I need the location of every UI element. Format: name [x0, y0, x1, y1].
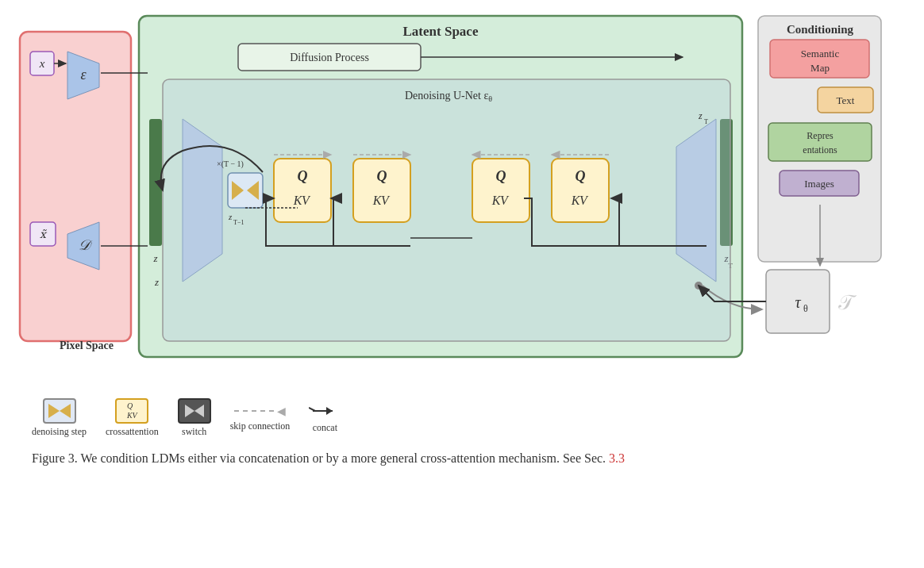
concat-label: concat — [313, 422, 337, 434]
conditioning-title: Conditioning — [787, 23, 854, 36]
switch-label: switch — [182, 426, 206, 438]
figure-num: Figure 3. — [32, 451, 78, 465]
svg-text:T−1: T−1 — [233, 219, 244, 226]
caption-ref: 3.3 — [609, 451, 625, 465]
svg-text:𝒯: 𝒯 — [837, 291, 857, 314]
main-diagram-svg: Pixel Space x ε x̃ 𝒟 Latent Space — [16, 8, 889, 365]
svg-text:z: z — [228, 212, 233, 221]
svg-text:Q: Q — [377, 168, 387, 184]
legend-concat: concat — [309, 402, 341, 434]
svg-marker-75 — [185, 405, 194, 417]
pixel-space-label: Pixel Space — [60, 340, 114, 351]
svg-text:ε: ε — [80, 67, 87, 83]
svg-text:τ: τ — [795, 294, 801, 311]
svg-text:θ: θ — [803, 303, 808, 314]
svg-text:z: z — [154, 276, 159, 288]
denoising-icon — [43, 398, 76, 424]
svg-text:Q: Q — [496, 168, 506, 184]
svg-rect-18 — [163, 79, 730, 341]
svg-marker-74 — [60, 404, 71, 418]
latent-space-title: Latent Space — [403, 24, 479, 39]
legend-crossattn: QKV crossattention — [106, 398, 159, 438]
svg-text:Text: Text — [837, 94, 855, 106]
svg-marker-73 — [48, 404, 60, 418]
legend-skip: ◀ skip connection — [230, 405, 291, 432]
caption-text: We condition LDMs either via concatenati… — [81, 451, 606, 465]
svg-text:Q: Q — [576, 168, 586, 184]
svg-text:Semantic: Semantic — [801, 48, 840, 59]
svg-text:Q: Q — [298, 168, 308, 184]
svg-text:z: z — [152, 252, 157, 264]
svg-marker-76 — [194, 405, 204, 417]
svg-text:T: T — [704, 118, 708, 125]
svg-marker-19 — [183, 119, 222, 282]
svg-text:Repres: Repres — [807, 130, 834, 141]
switch-icon — [178, 398, 211, 424]
unet-title: Denoising U-Net εθ — [405, 90, 492, 103]
main-container: Pixel Space x ε x̃ 𝒟 Latent Space — [0, 0, 924, 568]
svg-marker-20 — [676, 119, 716, 282]
svg-text:entations: entations — [803, 144, 837, 155]
legend-denoising: denoising step — [32, 398, 87, 438]
diffusion-process-label: Diffusion Process — [290, 52, 369, 63]
legend-switch: switch — [178, 398, 211, 438]
denoising-label: denoising step — [32, 426, 87, 438]
svg-marker-78 — [326, 407, 333, 415]
legend-area: denoising step QKV crossattention switch — [16, 393, 908, 443]
crossattn-icon: QKV — [115, 398, 148, 424]
diagram-area: Pixel Space x ε x̃ 𝒟 Latent Space — [16, 8, 908, 389]
svg-text:Map: Map — [810, 62, 830, 74]
skip-arrow-icon: ◀ — [234, 405, 286, 418]
svg-text:Images: Images — [804, 178, 834, 190]
svg-text:x: x — [39, 57, 45, 70]
crossattn-label: crossattention — [106, 426, 159, 438]
concat-icon — [309, 402, 341, 420]
svg-text:×(T − 1): ×(T − 1) — [217, 159, 244, 169]
svg-text:z: z — [698, 110, 703, 121]
svg-line-79 — [309, 408, 315, 411]
skip-label: skip connection — [230, 420, 291, 432]
svg-rect-13 — [149, 119, 162, 246]
figure-caption: Figure 3. We condition LDMs either via c… — [16, 449, 908, 468]
